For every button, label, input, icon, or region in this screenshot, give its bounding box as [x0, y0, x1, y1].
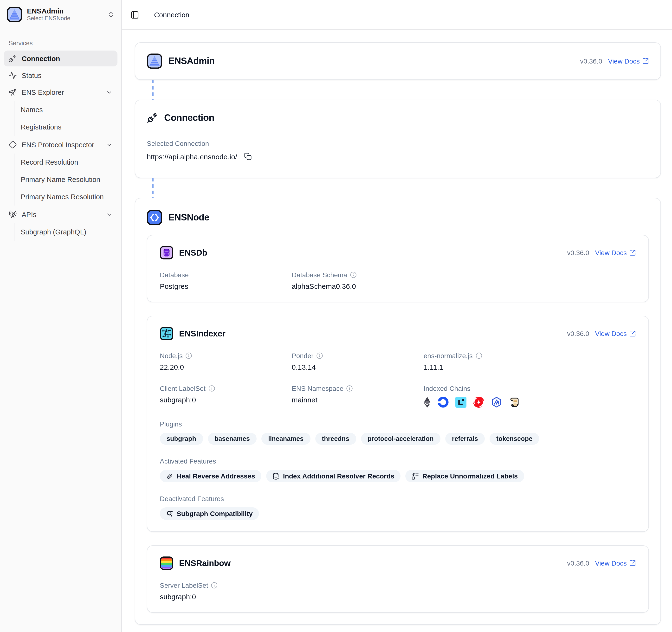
ensnode-card: ENSNode ENSDb	[135, 198, 661, 625]
feature-badge-replace-unnormalized-labels: Replace Unnormalized Labels	[406, 470, 524, 482]
external-link-icon	[629, 330, 636, 337]
sidebar-item-apis[interactable]: APIs	[4, 206, 117, 222]
sidebar-item-registrations[interactable]: Registrations	[16, 118, 117, 136]
sidebar-item-subgraph-graphql[interactable]: Subgraph (GraphQL)	[16, 223, 117, 241]
sidebar-item-label: Record Resolution	[21, 159, 78, 166]
sidebar-item-names[interactable]: Names	[16, 101, 117, 118]
sidebar-item-label: Names	[21, 106, 43, 114]
feature-label: Heal Reverse Addresses	[177, 472, 255, 480]
sidebar-item-primary-name-resolution[interactable]: Primary Name Resolution	[16, 171, 117, 188]
ens-normalize-value: 1.11.1	[424, 363, 636, 371]
ensnode-selector[interactable]: ENSAdmin Select ENSNode	[4, 4, 117, 25]
connection-url: https://api.alpha.ensnode.io/	[147, 152, 237, 161]
sidebar-item-primary-names-resolution[interactable]: Primary Names Resolution	[16, 188, 117, 205]
ponder-label: Ponder	[292, 352, 313, 360]
client-labelset-value: subgraph:0	[160, 396, 292, 404]
selected-connection-label: Selected Connection	[147, 140, 649, 147]
panel-left-icon	[130, 10, 139, 19]
the-graph-icon	[166, 510, 173, 517]
ens-namespace-field: ENS Namespace mainnet	[292, 385, 424, 408]
plugin-badge: protocol-acceleration	[361, 433, 440, 445]
sidebar-item-ens-protocol-inspector[interactable]: ENS Protocol Inspector	[4, 137, 117, 152]
ens-normalize-label: ens-normalize.js	[424, 352, 473, 360]
info-icon[interactable]	[350, 271, 357, 278]
ensnode-card-title: ENSNode	[168, 212, 209, 223]
feature-label: Subgraph Compatibility	[177, 510, 253, 517]
connection-card-title: Connection	[164, 112, 214, 123]
plugin-badge: basenames	[208, 433, 257, 445]
server-labelset-label: Server LabelSet	[160, 581, 208, 589]
ensrainbow-view-docs-link[interactable]: View Docs	[595, 559, 636, 567]
breadcrumb: Connection	[152, 11, 189, 19]
copy-url-button[interactable]	[242, 151, 254, 162]
external-link-icon	[642, 58, 649, 65]
info-icon[interactable]	[209, 385, 215, 392]
plug-zap-icon	[147, 112, 159, 123]
ensrainbow-card-title: ENSRainbow	[179, 558, 231, 568]
ensdb-view-docs-link[interactable]: View Docs	[595, 249, 636, 257]
arbitrum-chain-icon	[491, 396, 502, 408]
ensdb-card: ENSDb v0.36.0 View Docs	[147, 235, 649, 302]
ensadmin-version: v0.36.0	[580, 57, 602, 65]
ensadmin-view-docs-link[interactable]: View Docs	[608, 57, 649, 65]
ensrainbow-card: ENSRainbow v0.36.0 View Docs	[147, 545, 649, 613]
ensindexer-card-title: ENSIndexer	[179, 329, 225, 339]
ensindexer-icon	[160, 327, 173, 340]
main-area: Connection ENSAdmin v0.36.0 View Docs	[122, 0, 672, 632]
connection-card: Connection Selected Connection https://a…	[135, 100, 661, 178]
view-docs-label: View Docs	[608, 57, 640, 65]
server-labelset-field: Server LabelSet subgraph:0	[160, 581, 292, 601]
sidebar-item-record-resolution[interactable]: Record Resolution	[16, 153, 117, 171]
info-icon[interactable]	[211, 582, 218, 589]
connection-page: ENSAdmin v0.36.0 View Docs	[122, 30, 672, 632]
activated-features-list: Heal Reverse Addresses Index Additional …	[160, 470, 636, 482]
ensadmin-card-icon	[147, 53, 162, 69]
chevron-down-icon	[106, 89, 113, 96]
ensdb-version: v0.36.0	[567, 249, 589, 257]
nodejs-label: Node.js	[160, 352, 183, 360]
plugin-badge: tokenscope	[489, 433, 539, 445]
base-chain-icon	[437, 396, 449, 408]
info-icon[interactable]	[316, 353, 323, 359]
ensindexer-view-docs-link[interactable]: View Docs	[595, 330, 636, 337]
chevrons-up-down-icon	[107, 11, 115, 18]
database-field: Database Postgres	[160, 271, 292, 290]
ensadmin-card-title: ENSAdmin	[168, 56, 215, 67]
topbar: Connection	[122, 0, 672, 30]
sidebar-item-label: Primary Name Resolution	[21, 176, 100, 184]
breadcrumb-divider	[147, 10, 147, 19]
external-link-icon	[629, 249, 636, 256]
plugin-badge: subgraph	[160, 433, 203, 445]
diamond-icon	[9, 141, 17, 149]
deactivated-features-label: Deactivated Features	[160, 495, 636, 503]
ensrainbow-version: v0.36.0	[567, 559, 589, 567]
sidebar-item-label: APIs	[22, 211, 101, 218]
chevron-down-icon	[106, 141, 113, 148]
sidebar-item-connection[interactable]: Connection	[4, 51, 117, 67]
feature-badge-index-additional-resolver-records: Index Additional Resolver Records	[266, 470, 401, 482]
client-labelset-field: Client LabelSet subgraph:0	[160, 385, 292, 408]
sidebar-item-status[interactable]: Status	[4, 67, 117, 83]
optimism-chain-icon	[473, 396, 484, 408]
sidebar-item-label: Registrations	[21, 123, 62, 131]
ensdb-card-title: ENSDb	[179, 248, 207, 258]
database-schema-label: Database Schema	[292, 271, 347, 279]
sidebar-item-ens-explorer[interactable]: ENS Explorer	[4, 84, 117, 100]
ens-protocol-inspector-children: Record Resolution Primary Name Resolutio…	[14, 153, 117, 205]
plugins-list: subgraph basenames lineanames threedns p…	[160, 433, 636, 445]
view-docs-label: View Docs	[595, 249, 627, 257]
database-plus-icon	[272, 472, 280, 480]
info-icon[interactable]	[476, 353, 482, 359]
telescope-icon	[9, 88, 17, 96]
ensdb-icon	[160, 246, 173, 260]
feature-label: Index Additional Resolver Records	[283, 472, 394, 480]
copy-icon	[244, 152, 251, 160]
ens-normalize-field: ens-normalize.js 1.11.1	[424, 352, 636, 371]
indexed-chains-label: Indexed Chains	[424, 385, 636, 392]
info-icon[interactable]	[346, 385, 353, 392]
ensadmin-app: ENSAdmin Select ENSNode Services Connect…	[0, 0, 672, 632]
sidebar-toggle-button[interactable]	[127, 7, 142, 22]
ens-explorer-children: Names Registrations	[14, 101, 117, 136]
plug-zap-icon	[9, 54, 17, 63]
info-icon[interactable]	[186, 353, 192, 359]
